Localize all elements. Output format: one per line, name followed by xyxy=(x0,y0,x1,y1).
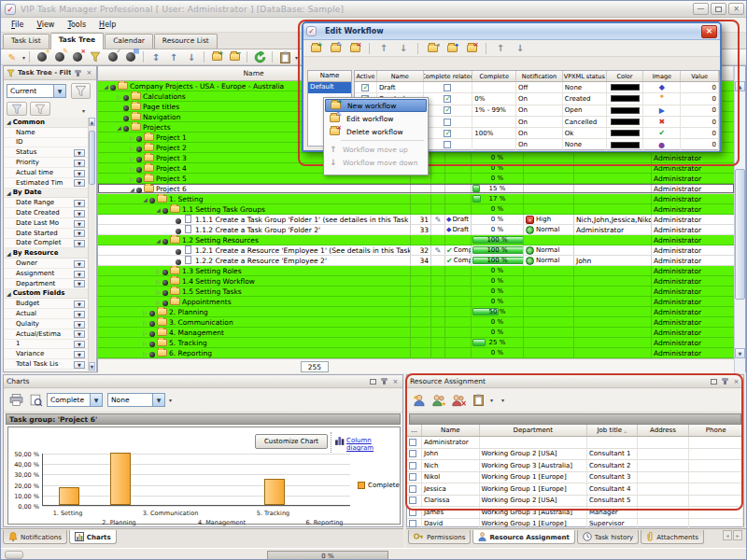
chevron-down-icon[interactable]: ▼ xyxy=(74,210,85,217)
assign-resource-button[interactable]: ★ xyxy=(411,393,428,407)
column-diagram-link[interactable]: Column diagram xyxy=(346,437,400,452)
add-task-button[interactable] xyxy=(34,50,50,64)
chevron-down-icon[interactable]: ▼ xyxy=(74,200,85,207)
bottom-tab-task-history[interactable]: Task history xyxy=(577,530,639,544)
tree-expander-icon[interactable]: ▷ xyxy=(115,93,123,100)
menu-item-workflow-move-up[interactable]: ↑Workflow move up xyxy=(325,143,427,156)
checkbox-icon[interactable] xyxy=(409,497,416,504)
tree-expander-icon[interactable]: ▷ xyxy=(141,350,149,357)
tree-row[interactable]: ▷1.5 Setting Tasks0 %Administrator xyxy=(98,287,734,297)
workflow-column-header[interactable]: Notification xyxy=(516,71,563,81)
filter-item-budget[interactable]: Budget▼ xyxy=(5,299,88,309)
menu-tools[interactable]: Tools xyxy=(61,19,92,31)
status-move-down-button[interactable]: ↓ xyxy=(512,41,529,55)
float-panel-icon[interactable] xyxy=(710,377,718,385)
workflow-status-row[interactable]: DraftOffNone◆0 xyxy=(355,82,719,93)
assign-group-button[interactable]: ★ xyxy=(430,393,447,407)
tab-scroll-right-icon[interactable]: ▸ xyxy=(733,530,742,540)
bottom-tab-resource-assignment[interactable]: Resource Assignment xyxy=(472,530,574,544)
chevron-down-icon[interactable]: ▼ xyxy=(74,341,85,348)
chevron-down-icon[interactable]: ▼ xyxy=(74,361,85,369)
filter-item-qulaity[interactable]: Qulaity▼ xyxy=(5,319,88,329)
tab-calendar[interactable]: Calendar xyxy=(105,34,153,49)
tab-resource-list[interactable]: Resource List xyxy=(154,34,218,49)
checkbox-icon[interactable] xyxy=(444,141,451,148)
edit-workflow-button[interactable] xyxy=(327,41,344,55)
close-panel-icon[interactable]: × xyxy=(391,377,400,385)
filter-item-department[interactable]: Department▼ xyxy=(5,279,88,289)
tree-expander-icon[interactable]: ▷ xyxy=(154,278,162,285)
chevron-down-icon[interactable]: ▼ xyxy=(74,280,85,287)
checkbox-icon[interactable] xyxy=(444,130,451,137)
filter-item-variance[interactable]: Variance▼ xyxy=(5,349,88,359)
dialog-title-bar[interactable]: ✓ Edit Workflow × xyxy=(303,23,720,40)
move-up-button[interactable]: ↑ xyxy=(165,50,182,64)
checkbox-icon[interactable] xyxy=(409,439,416,446)
checkbox-icon[interactable] xyxy=(409,485,416,493)
workflow-move-up-button[interactable]: ↑ xyxy=(375,41,392,55)
paste-button[interactable] xyxy=(276,50,293,64)
workflow-list-header[interactable]: Name xyxy=(308,71,351,82)
scroll-down-icon[interactable]: ▼ xyxy=(89,362,95,371)
resource-column-header-job-title[interactable]: Job title▵ xyxy=(587,425,638,436)
tree-row[interactable]: ▷3. Communication0 %Administrator xyxy=(98,317,734,328)
sidebar-scrollbar[interactable]: ▲ ▼ xyxy=(88,118,95,371)
chevron-down-icon[interactable]: ▼ xyxy=(90,394,102,406)
pin-icon[interactable] xyxy=(380,377,388,385)
save-filter-button[interactable] xyxy=(7,102,27,116)
tree-expander-icon[interactable]: ▷ xyxy=(154,288,162,295)
filter-section-custom-fields[interactable]: ◢Custom Fields xyxy=(5,289,88,300)
menu-item-edit-workflow[interactable]: Edit workflow xyxy=(325,112,427,125)
chevron-down-icon[interactable]: ▼ xyxy=(74,240,85,247)
resource-row[interactable]: Administrator xyxy=(407,437,743,449)
delete-task-button[interactable] xyxy=(69,50,86,64)
tree-expander-icon[interactable]: ◢ xyxy=(128,186,136,192)
chevron-down-icon[interactable]: ▼ xyxy=(74,311,85,318)
tree-row[interactable]: 1.2.1 Create a Resource 'Employee 1' (Se… xyxy=(98,245,734,256)
toolbar-overflow-icon[interactable]: ▾ xyxy=(169,397,172,403)
filter-item-estimated-tim[interactable]: Estimated Tim▼ xyxy=(5,178,88,189)
chevron-down-icon[interactable]: ▼ xyxy=(74,260,85,268)
tree-expander-icon[interactable]: ▷ xyxy=(128,134,136,141)
tab-scroll-left-icon[interactable]: ◂ xyxy=(723,530,732,540)
chevron-down-icon[interactable]: ▼ xyxy=(74,149,85,157)
tree-expander-icon[interactable]: ◢ xyxy=(115,124,123,131)
collapse-all-button[interactable] xyxy=(226,50,243,64)
filter-item-actual[interactable]: Actual▼ xyxy=(5,309,88,319)
filter-section-by-resource[interactable]: ◢By Resource xyxy=(5,248,88,259)
resource-row[interactable]: NichWorking Group 3 [Australia]Consultan… xyxy=(407,460,743,472)
filter-section-common[interactable]: ◢Common xyxy=(5,118,88,128)
tree-expander-icon[interactable]: ▷ xyxy=(141,309,149,315)
restore-button[interactable] xyxy=(711,3,726,15)
copy-dropdown-icon[interactable]: ▾ xyxy=(490,397,493,403)
workflow-column-header[interactable]: Image xyxy=(643,71,681,81)
resource-column-header-department[interactable]: Department xyxy=(480,425,587,436)
workflow-move-down-button[interactable]: ↓ xyxy=(395,41,412,55)
menu-item-workflow-move-down[interactable]: ↓Workflow move down xyxy=(325,156,427,169)
chevron-down-icon[interactable]: ▼ xyxy=(74,170,85,177)
resource-row[interactable]: NikolWorking Group 1 [Europe]Consultant … xyxy=(407,472,743,484)
resource-row[interactable]: JessicaWorking Group 1 [Europe]Consultan… xyxy=(407,483,743,496)
tree-expander-icon[interactable]: ◢ xyxy=(154,237,162,244)
checkbox-icon[interactable] xyxy=(409,473,416,481)
scrollbar-thumb[interactable] xyxy=(735,169,745,300)
menu-help[interactable]: Help xyxy=(92,19,122,31)
edit-status-button[interactable] xyxy=(444,41,460,55)
chevron-down-icon[interactable]: ▼ xyxy=(74,351,85,358)
tree-expander-icon[interactable]: ▷ xyxy=(128,155,136,161)
filter-item-total-task-lis[interactable]: Total Task Lis▼ xyxy=(5,359,88,370)
close-panel-icon[interactable]: × xyxy=(732,377,740,385)
move-task-button[interactable]: ↕ xyxy=(148,50,164,64)
resource-column-header-phone[interactable]: Phone xyxy=(689,425,743,436)
filter-section-by-date[interactable]: ◢By Date xyxy=(5,189,88,199)
chevron-down-icon[interactable]: ▼ xyxy=(74,220,85,228)
tab-task-list[interactable]: Task List xyxy=(3,34,49,49)
customize-chart-button[interactable]: Customize Chart xyxy=(255,434,328,449)
workflow-column-header[interactable]: Value xyxy=(681,71,719,81)
clear-filter-button[interactable] xyxy=(87,50,104,64)
dialog-close-button[interactable]: × xyxy=(701,25,717,38)
close-panel-icon[interactable]: × xyxy=(85,69,93,77)
chevron-down-icon[interactable]: ▼ xyxy=(74,321,85,329)
bottom-tab-notifications[interactable]: Notifications xyxy=(3,530,67,544)
chevron-down-icon[interactable]: ▼ xyxy=(74,271,85,278)
